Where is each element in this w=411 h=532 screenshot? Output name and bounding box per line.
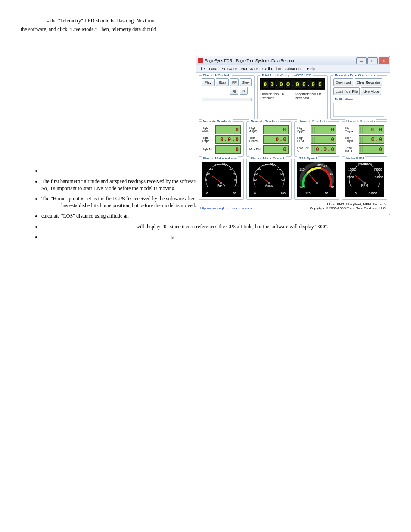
units-label: Units: ENGLISH (Feet, MPH, Fahren.) [327,202,386,206]
minimize-button[interactable]: — [356,57,367,64]
od-seg: 0 [311,80,316,89]
od-colon: : [292,82,293,87]
gauge-speed: MPH 180608010012014040 [297,162,336,197]
gauge-row: Electric Motor Voltage Pak V 05101520253… [199,159,387,200]
ff-button[interactable]: FF [230,78,239,86]
readout-label: True Cours [249,137,262,143]
menubar: FFileile Data Software Hardware Calibrat… [196,65,390,73]
gauge-unit: Pak V [217,184,225,187]
lcd-readout: 0 [311,135,336,144]
lcd-readout: 0.0 [359,135,384,144]
intro-line-2: the software, and click "Live Mode." The… [21,26,189,33]
playback-controls-group: Playback Controls Play Stop FF Slow [199,75,255,120]
od-colon: . [308,82,309,87]
readout-label: High Amps [202,137,214,143]
menu-help[interactable]: Help [307,67,315,71]
gauge-legend-current: Electric Motor Current [249,156,286,160]
step-back-button[interactable]: <|| [230,87,238,95]
svg-line-4 [308,174,317,183]
readout-label: High Sp(G) [297,127,309,133]
app-footer: http://www.eagletreesystems.com Units: E… [199,202,387,212]
footer-url[interactable]: http://www.eagletreesystems.com [200,206,252,210]
maximize-button[interactable]: □ [367,57,378,64]
numeric-legend-4: Numeric Readouts [345,119,376,123]
readout-label: High TmpA [345,127,357,133]
od-seg: 0 [317,80,323,89]
step-fwd-button[interactable]: ||> [240,87,248,95]
readout-label: Max Dist [249,148,262,151]
lcd-readout: 0.0.0 [215,135,241,144]
load-from-file-button[interactable]: Load from File [333,87,360,95]
menu-data[interactable]: Data [209,67,218,71]
gauge-legend-rpm: Motor RPM [345,156,365,160]
lcd-readout: 0 [359,145,384,154]
longitude-readout: Longitude: No Fix Received [295,92,325,100]
od-seg: 0 [295,80,300,89]
notifications-area [333,103,384,117]
od-seg: 0 [279,80,284,89]
numeric-legend-1: Numeric Readouts [202,119,233,123]
bullet-apostrophe-s: 's [41,233,390,240]
gauge-voltage: Pak V 05101520253035404550 [202,162,241,197]
lcd-readout: 0 [215,125,241,134]
window-title: EagleEyes FDR - Eagle Tree Systems Data … [205,59,356,63]
menu-hardware[interactable]: Hardware [241,67,258,71]
lcd-readout: 0.0 [359,125,384,134]
menu-software[interactable]: Software [222,67,237,71]
bullet-gps-zero: will display "0" since it zero reference… [41,223,390,230]
menu-calibration[interactable]: Calibration [262,67,281,71]
lcd-readout: 0 [263,125,289,134]
od-seg: 0 [262,80,268,89]
od-seg: 0 [269,80,275,89]
lcd-readout: 0 [311,125,336,134]
progress-legend: Total Length/Progress/GPS UTC [260,73,313,77]
lcd-readout: 0.0 [263,135,289,144]
numeric-legend-3: Numeric Readouts [297,119,328,123]
recorder-operations-group: Recorder Data Operations Download Clear … [330,75,387,120]
svg-line-2 [259,175,269,183]
readout-label: High Alt [202,148,214,151]
download-button[interactable]: Download [333,78,353,86]
lcd-readout: 0.0.0 [311,145,336,154]
gauge-rpm: RPM 05000100001500020000250003000035000 [345,162,384,197]
play-button[interactable]: Play [202,78,215,86]
readout-label: High RPM [297,137,309,143]
svg-line-0 [212,175,221,183]
progress-group: Total Length/Progress/GPS UTC 0 0 : 0 0 … [257,75,328,120]
readout-label: High Alt(G) [249,127,262,133]
app-window: EagleEyes FDR - Eagle Tree Systems Data … [196,56,390,197]
menu-advanced[interactable]: Advanced [285,67,302,71]
live-mode-button[interactable]: Live Mode [361,87,381,95]
titlebar[interactable]: EagleEyes FDR - Eagle Tree Systems Data … [196,56,390,65]
readout-label: High Watts [202,127,214,133]
gauge-legend-speed: GPS Speed [297,156,318,160]
menu-file[interactable]: FFileile [199,67,205,71]
close-button[interactable]: X [379,57,389,64]
gauge-unit: RPM [361,184,368,187]
gauge-current: Amps 0102030405060708090100 [249,162,289,197]
lcd-readout: 0 [263,145,289,154]
od-seg: 0 [302,80,307,89]
recorder-ops-legend: Recorder Data Operations [333,73,376,77]
intro-line-1: – the "Telemetry" LED should be flashing… [21,17,189,24]
odometer: 0 0 : 0 0 : 0 0 . 0 0 [260,78,325,90]
readout-label: High TmpB [345,137,357,143]
lcd-readout: 0 [215,145,241,154]
numeric-legend-2: Numeric Readouts [249,119,280,123]
clear-recorder-button[interactable]: Clear Recorder [355,78,382,86]
playback-slider[interactable] [202,98,252,101]
svg-point-5 [316,182,318,184]
gauge-unit: MPH [316,164,323,167]
numeric-readouts-row: Numeric Readouts High Watts0 High Amps0.… [199,121,387,157]
svg-line-6 [355,175,364,183]
playback-legend: Playback Controls [202,73,232,77]
readout-label: Low Pak V [297,146,309,153]
readout-label: Total mAH [345,146,357,153]
stop-button[interactable]: Stop [216,78,229,86]
slow-button[interactable]: Slow [240,78,252,86]
od-seg: 0 [285,80,291,89]
notifications-legend: Notifications [333,97,355,101]
gauge-unit: Amps [265,184,273,187]
od-colon: : [276,82,277,87]
app-icon [198,58,203,63]
